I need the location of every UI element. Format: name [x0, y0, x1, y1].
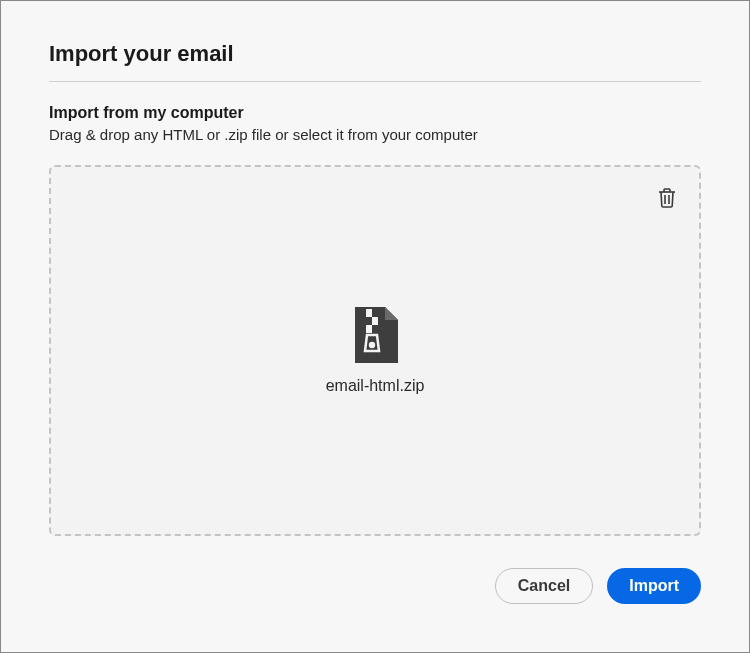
- file-name: email-html.zip: [326, 377, 425, 395]
- delete-file-button[interactable]: [653, 183, 681, 213]
- page-title: Import your email: [49, 41, 701, 81]
- svg-rect-2: [366, 325, 372, 333]
- import-dialog: Import your email Import from my compute…: [0, 0, 750, 653]
- svg-rect-1: [372, 317, 378, 325]
- svg-point-3: [369, 341, 375, 347]
- divider: [49, 81, 701, 82]
- file-dropzone[interactable]: email-html.zip: [49, 165, 701, 536]
- dialog-footer: Cancel Import: [49, 568, 701, 604]
- svg-rect-0: [366, 309, 372, 317]
- section-description: Drag & drop any HTML or .zip file or sel…: [49, 126, 701, 143]
- cancel-button[interactable]: Cancel: [495, 568, 593, 604]
- import-button[interactable]: Import: [607, 568, 701, 604]
- trash-icon: [657, 187, 677, 209]
- section-title: Import from my computer: [49, 104, 701, 122]
- uploaded-file: email-html.zip: [326, 307, 425, 395]
- zip-file-icon: [350, 307, 400, 365]
